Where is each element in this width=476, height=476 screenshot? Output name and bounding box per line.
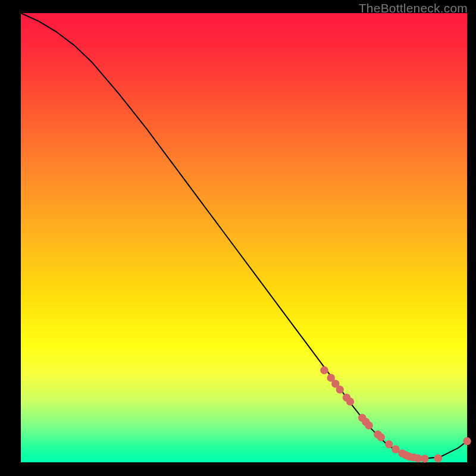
bottleneck-curve bbox=[21, 13, 467, 459]
data-point bbox=[463, 437, 471, 446]
data-point bbox=[392, 445, 400, 453]
data-point bbox=[377, 433, 386, 441]
data-point bbox=[336, 386, 345, 394]
data-point bbox=[385, 440, 393, 449]
data-markers bbox=[320, 366, 471, 462]
chart-svg bbox=[21, 13, 467, 462]
data-point bbox=[320, 366, 328, 374]
data-point bbox=[434, 454, 443, 462]
chart-stage: TheBottleneck.com bbox=[0, 0, 476, 476]
watermark-text: TheBottleneck.com bbox=[359, 1, 468, 15]
data-point bbox=[365, 421, 373, 430]
data-point bbox=[346, 397, 355, 406]
data-point bbox=[421, 455, 429, 463]
plot-area bbox=[21, 13, 467, 462]
